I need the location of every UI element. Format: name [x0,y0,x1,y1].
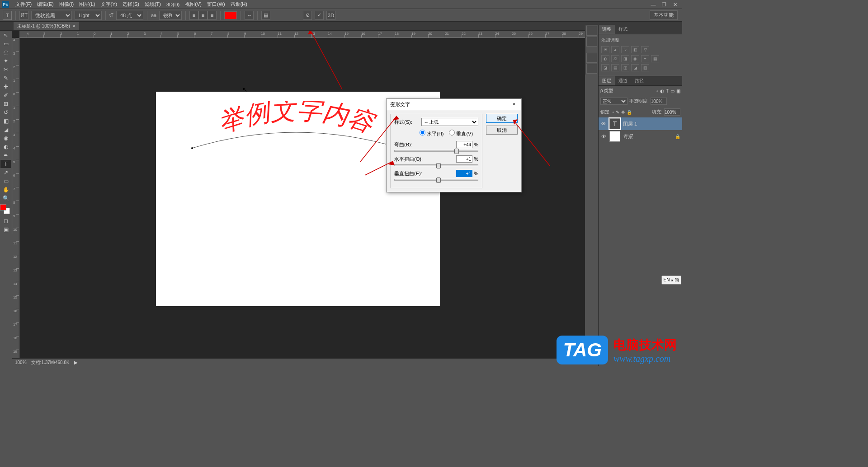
lasso-tool[interactable]: ◌ [0,48,11,56]
hdist-slider[interactable] [394,164,478,166]
cancel-button[interactable]: 取消 [486,126,518,135]
gradient-tool[interactable]: ◢ [0,126,11,134]
gradient-map-icon[interactable]: ◢ [631,64,639,71]
history-panel-icon[interactable] [586,26,597,36]
bw-icon[interactable]: ◨ [621,55,629,62]
orient-vertical-radio[interactable]: 垂直(V) [449,130,473,137]
pen-tool[interactable]: ✒ [0,151,11,159]
eyedropper-tool[interactable]: ✎ [0,74,11,82]
layer-row[interactable]: 👁 T 图层 1 [599,117,682,130]
adjustments-tab[interactable]: 调整 [599,25,615,34]
history-brush-tool[interactable]: ↺ [0,108,11,117]
3d-button[interactable]: 3D [326,11,335,20]
menu-type[interactable]: 文字(Y) [98,0,120,9]
brightness-icon[interactable]: ☀ [601,46,609,53]
workspace-button[interactable]: 基本功能 [650,10,678,20]
fill-input[interactable] [664,108,680,116]
cancel-edit-button[interactable]: ⊘ [303,11,312,20]
dialog-titlebar[interactable]: 变形文字 × [387,99,521,110]
filter-adjust-icon[interactable]: ◐ [660,89,664,93]
visibility-icon[interactable]: 👁 [600,121,607,126]
zoom-level[interactable]: 100% [15,360,27,365]
vibrance-icon[interactable]: ▽ [641,46,649,53]
paths-tab[interactable]: 路径 [631,76,647,85]
menu-select[interactable]: 选择(S) [120,0,142,9]
align-right-button[interactable]: ≡ [208,11,217,20]
zoom-tool[interactable]: 🔍 [0,194,11,202]
lock-all-icon[interactable]: 🔒 [627,110,632,115]
status-arrow-icon[interactable]: ▶ [74,360,78,365]
vdist-input[interactable] [456,170,472,177]
path-selection-tool[interactable]: ↗ [0,168,11,177]
move-tool[interactable]: ↖ [0,31,11,39]
marquee-tool[interactable]: ▭ [0,40,11,48]
posterize-icon[interactable]: ▤ [611,64,619,71]
maximize-button[interactable]: ❐ [660,1,668,8]
font-family-select[interactable]: 微软雅黑 [31,11,72,20]
channels-tab[interactable]: 通道 [615,76,631,85]
selective-color-icon[interactable]: ▥ [641,64,649,71]
close-window-button[interactable]: ✕ [671,1,679,8]
levels-icon[interactable]: ▲ [611,46,619,53]
warped-text-layer[interactable]: 举例文字内容 [183,101,409,156]
shape-tool[interactable]: ▭ [0,177,11,185]
foreground-color-swatch[interactable] [0,204,6,210]
color-balance-icon[interactable]: ⚖ [611,55,619,62]
layer-row[interactable]: 👁 背景 🔒 [599,130,682,143]
filter-pixel-icon[interactable]: ▫ [656,89,658,93]
crop-tool[interactable]: ✂ [0,65,11,74]
doc-info[interactable]: 文档:1.37M/468.8K [31,360,70,366]
threshold-icon[interactable]: ◫ [621,64,629,71]
blur-tool[interactable]: ◉ [0,134,11,142]
warp-text-button[interactable]: ⌢ [245,11,254,20]
dialog-close-button[interactable]: × [510,101,518,108]
bend-slider[interactable] [394,150,478,152]
screen-mode-button[interactable]: ▣ [0,225,11,234]
antialias-select[interactable]: 锐利 [159,11,182,20]
font-size-select[interactable]: 48 点 [116,11,143,20]
type-tool[interactable]: T [0,160,11,168]
orient-horizontal-radio[interactable]: 水平(H) [420,130,443,137]
invert-icon[interactable]: ◪ [601,64,609,71]
character-panel-button[interactable]: ▤ [261,11,270,20]
dodge-tool[interactable]: ◐ [0,143,11,151]
styles-tab[interactable]: 样式 [615,25,631,34]
blend-mode-select[interactable]: 正常 [600,98,627,105]
lock-transparent-icon[interactable]: ▫ [613,110,614,115]
photo-filter-icon[interactable]: ◉ [631,55,639,62]
document-tab[interactable]: 未标题-1 @ 100%(RGB/8) × [14,22,79,30]
layer-name[interactable]: 背景 [623,133,633,140]
lock-pixels-icon[interactable]: ✎ [616,110,619,115]
visibility-icon[interactable]: 👁 [600,134,607,139]
paragraph-panel-icon[interactable] [586,64,597,74]
color-picker[interactable] [0,204,10,214]
magic-wand-tool[interactable]: ✦ [0,57,11,65]
tab-close-icon[interactable]: × [73,23,75,28]
font-weight-select[interactable]: Light [75,11,102,20]
vdist-slider[interactable] [394,179,478,181]
menu-file[interactable]: 文件(F) [13,0,34,9]
layers-tab[interactable]: 图层 [599,76,615,85]
eraser-tool[interactable]: ◧ [0,117,11,125]
properties-panel-icon[interactable] [586,37,597,47]
menu-window[interactable]: 窗口(W) [204,0,228,9]
channel-mixer-icon[interactable]: ✦ [641,55,649,62]
align-left-button[interactable]: ≡ [189,11,198,20]
menu-3d[interactable]: 3D(D) [164,1,182,8]
filter-type-icon[interactable]: T [666,89,669,93]
exposure-icon[interactable]: ◧ [631,46,639,53]
commit-edit-button[interactable]: ✓ [315,11,324,20]
menu-filter[interactable]: 滤镜(T) [142,0,164,9]
text-color-swatch[interactable] [224,11,237,19]
brush-tool[interactable]: ✐ [0,91,11,99]
ok-button[interactable]: 确定 [486,114,518,123]
filter-smart-icon[interactable]: ▣ [676,89,680,93]
minimize-button[interactable]: — [650,1,657,8]
bend-input[interactable] [456,141,472,148]
curves-icon[interactable]: ∿ [621,46,629,53]
align-center-button[interactable]: ≡ [198,11,208,20]
menu-image[interactable]: 图像(I) [57,0,76,9]
hdist-input[interactable] [456,155,472,163]
lock-position-icon[interactable]: ✥ [621,110,625,115]
ime-indicator[interactable]: EN ℴ 简 [661,276,681,285]
